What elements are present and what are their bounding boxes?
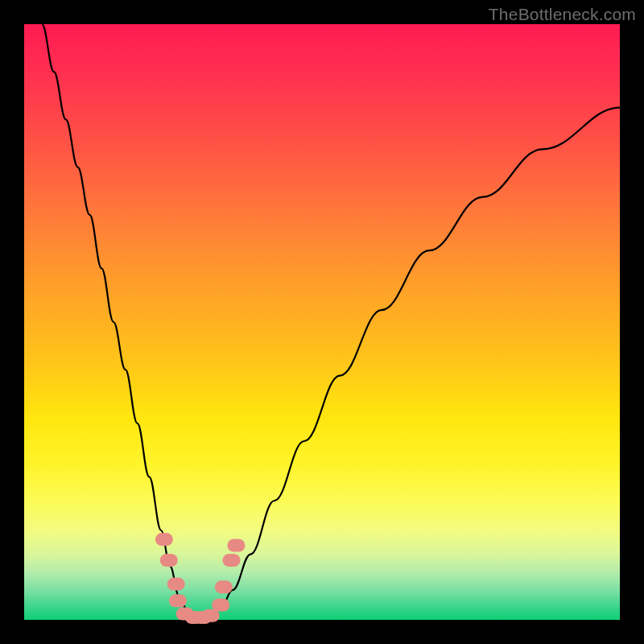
highlight-dot: [167, 578, 185, 591]
highlight-dot: [223, 554, 241, 567]
highlight-dot: [212, 599, 229, 612]
chart-frame: TheBottleneck.com: [0, 0, 644, 644]
highlight-dot: [215, 580, 233, 593]
curve-svg: [24, 24, 620, 620]
bottleneck-curve: [42, 24, 620, 618]
highlight-dot: [169, 594, 187, 607]
highlight-dot: [227, 539, 245, 552]
highlight-dot: [155, 533, 173, 546]
highlight-dots: [155, 533, 246, 624]
plot-area: [24, 24, 620, 620]
highlight-dot: [160, 554, 178, 567]
watermark-text: TheBottleneck.com: [489, 5, 636, 24]
